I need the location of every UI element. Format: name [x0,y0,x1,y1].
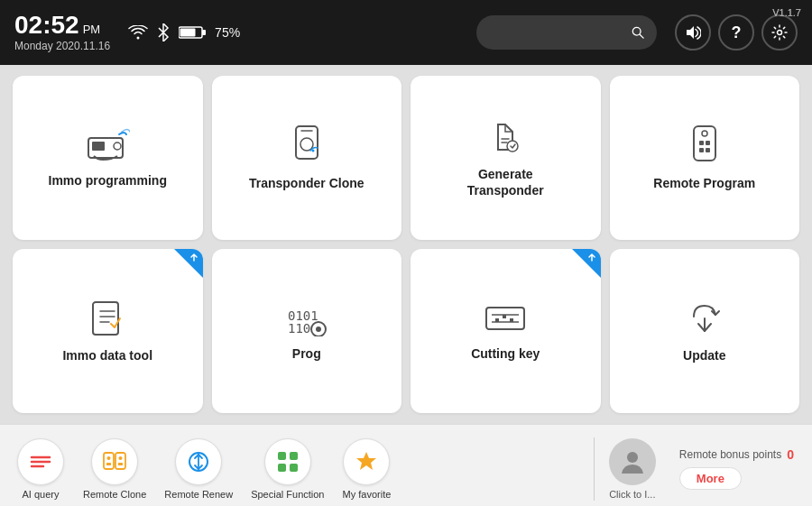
svg-point-14 [507,141,518,152]
remote-clone-label: Remote Clone [83,489,146,500]
time-block: 02:52 PM Monday 2020.11.16 [14,13,110,52]
remote-program-icon [688,124,721,166]
remote-renew-icon-circle [175,438,222,485]
cutting-key-icon [483,300,528,336]
card-immo-programming[interactable]: Immo programming [13,76,203,240]
svg-rect-21 [93,302,118,335]
time-suffix: PM [83,23,101,36]
card-transponder-clone[interactable]: Transponder Clone [212,76,402,240]
svg-rect-41 [118,463,123,465]
svg-point-6 [778,31,782,35]
svg-rect-2 [180,29,196,37]
card-badge-upload-icon [188,252,200,264]
bonus-row: Remote bonus points 0 [679,447,794,462]
svg-rect-18 [706,141,710,145]
prog-label: Prog [292,345,321,362]
svg-rect-37 [115,453,125,469]
card-cutting-key[interactable]: Cutting key [411,249,601,413]
svg-rect-36 [104,453,114,469]
dock-right-panel: Remote bonus points 0 More [670,447,794,490]
battery-percent: 75% [215,25,240,40]
help-button[interactable]: ? [718,14,754,51]
update-icon [685,299,724,338]
generate-transponder-icon [485,117,525,157]
svg-point-38 [107,456,111,460]
svg-point-9 [114,143,121,150]
dock-remote-renew[interactable]: Remote Renew [157,433,240,505]
svg-point-25 [316,327,321,332]
bottom-dock: AI query Remote Clone [0,424,812,506]
svg-text:110: 110 [288,321,310,336]
remote-renew-label: Remote Renew [164,489,233,500]
card-prog[interactable]: 0101 110 Prog [212,249,402,413]
settings-button[interactable] [761,14,798,51]
immo-programming-icon [85,127,130,163]
update-label: Update [683,347,725,363]
transponder-clone-icon [289,124,325,166]
prog-icon: 0101 110 [284,300,329,336]
top-bar: 02:52 PM Monday 2020.11.16 7 [0,0,812,65]
dock-my-favorite[interactable]: My favorite [335,433,398,505]
svg-rect-44 [278,452,286,460]
status-icons: 75% [128,23,240,41]
dock-items-list: AI query Remote Clone [9,433,588,505]
svg-point-16 [702,131,707,136]
card-update[interactable]: Update [610,249,800,413]
dock-special-function[interactable]: Special Function [244,433,331,505]
main-grid: Immo programming Transponder Clone Gen [0,65,812,424]
svg-rect-19 [699,148,704,152]
more-button[interactable]: More [679,467,742,490]
my-favorite-icon-circle [343,438,390,485]
immo-data-tool-icon [88,299,127,338]
wifi-icon [128,25,148,40]
remote-program-label: Remote Program [653,175,755,191]
search-input[interactable] [489,25,624,40]
profile-label: Click to I... [609,489,655,500]
bonus-value: 0 [787,447,794,462]
bonus-label: Remote bonus points [679,448,781,461]
card-immo-data-tool[interactable]: Immo data tool [13,249,203,413]
svg-rect-45 [290,452,298,460]
question-icon: ? [732,23,742,42]
card-remote-program[interactable]: Remote Program [610,76,800,240]
dock-remote-clone[interactable]: Remote Clone [76,433,153,505]
svg-rect-31 [510,318,513,322]
version-top: V1.1.7 [772,7,801,18]
ai-query-icon-circle [17,438,64,485]
time-display: 02:52 [14,13,79,38]
cutting-key-label: Cutting key [471,345,540,362]
svg-rect-1 [202,30,206,35]
svg-rect-29 [495,318,499,322]
profile-avatar [609,438,656,485]
my-favorite-label: My favorite [343,489,392,500]
transponder-clone-label: Transponder Clone [249,175,364,191]
volume-button[interactable] [675,14,711,51]
generate-transponder-label: Generate Transponder [467,166,544,198]
svg-rect-17 [699,141,704,145]
search-bar[interactable] [476,15,657,50]
card-generate-transponder[interactable]: Generate Transponder [411,76,601,240]
svg-marker-48 [356,452,376,470]
svg-marker-5 [687,26,694,39]
svg-line-4 [640,34,643,38]
battery-icon [179,25,206,40]
dock-ai-query[interactable]: AI query [9,433,72,505]
svg-rect-40 [106,463,111,465]
svg-rect-47 [290,464,298,472]
ai-query-label: AI query [23,489,60,500]
svg-point-11 [300,138,313,151]
top-icon-buttons: ? [675,14,798,51]
dock-divider [594,437,595,501]
svg-rect-8 [92,142,105,151]
special-function-label: Special Function [251,489,324,500]
immo-programming-label: Immo programming [49,172,167,189]
svg-rect-30 [503,315,506,318]
search-icon [632,25,644,40]
remote-clone-icon-circle [91,438,138,485]
svg-rect-46 [278,464,286,472]
svg-rect-20 [706,148,710,152]
svg-point-49 [627,452,638,463]
dock-profile[interactable]: Click to I... [609,438,656,500]
card-badge-upload2-icon [586,252,598,264]
bluetooth-icon [157,23,170,41]
